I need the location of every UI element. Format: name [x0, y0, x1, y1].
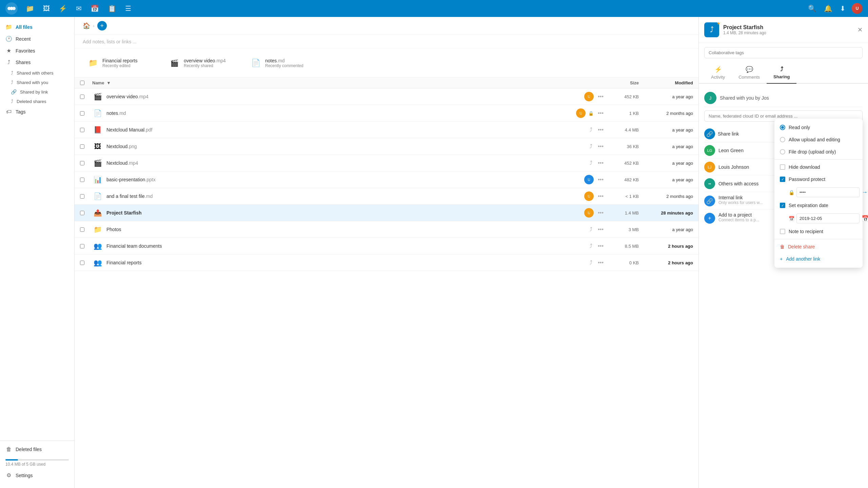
table-row[interactable]: 👥 Financial reports ⤴ ••• 0 KB 2 hours a…	[75, 255, 698, 271]
dropdown-read-only[interactable]: Read only	[774, 121, 863, 134]
file-drop-radio[interactable]	[780, 149, 785, 155]
file-name-1: overview video.mp4	[106, 94, 149, 99]
user-avatar[interactable]: U	[852, 3, 863, 14]
dropdown-password-protect[interactable]: ✓ Password protect	[774, 173, 863, 185]
share-icon-9[interactable]: ⤴	[588, 226, 594, 233]
allow-upload-radio[interactable]	[780, 137, 785, 142]
calendar-date-icon: 📅	[789, 216, 794, 221]
expiration-date-input[interactable]	[796, 214, 860, 223]
open-calendar-button[interactable]: 📅	[862, 215, 868, 222]
notifications-icon[interactable]: 🔔	[823, 3, 834, 14]
calendar-nav-icon[interactable]: 📅	[89, 3, 100, 14]
row-checkbox-6[interactable]	[80, 178, 84, 182]
row-checkbox-9[interactable]	[80, 227, 84, 232]
photos-nav-icon[interactable]: 🖼	[42, 3, 51, 14]
dropdown-hide-download[interactable]: Hide download	[774, 161, 863, 173]
sidebar-item-shared-by-link[interactable]: 🔗 Shared by link	[0, 87, 74, 97]
row-checkbox-4[interactable]	[80, 144, 84, 149]
more-actions-icon-3[interactable]: •••	[596, 126, 605, 134]
row-checkbox-5[interactable]	[80, 161, 84, 165]
sidebar-item-shared-with-you[interactable]: ⤴ Shared with you	[0, 78, 74, 87]
lock-password-icon: 🔒	[789, 190, 794, 195]
row-checkbox-3[interactable]	[80, 128, 84, 132]
recent-file-info-3: notes.md Recently commented	[265, 58, 303, 68]
header-check	[80, 81, 92, 85]
dropdown-delete-share[interactable]: 🗑 Delete share	[774, 241, 863, 253]
row-checkbox-1[interactable]	[80, 95, 84, 99]
more-actions-icon-6[interactable]: •••	[596, 176, 605, 183]
confirm-password-button[interactable]: →	[862, 189, 868, 196]
share-icon-11[interactable]: ⤴	[588, 259, 594, 266]
nextcloud-logo[interactable]	[5, 2, 18, 15]
table-row[interactable]: 📕 Nextcloud Manual.pdf ⤴ ••• 4.4 MB a ye…	[75, 122, 698, 138]
more-actions-icon-11[interactable]: •••	[596, 259, 605, 266]
table-row[interactable]: 🎬 Nextcloud.mp4 ⤴ ••• 452 KB a year ago	[75, 155, 698, 171]
notes-area[interactable]: Add notes, lists or links ...	[75, 35, 698, 49]
sidebar-item-deleted-files[interactable]: 🗑 Deleted files	[0, 444, 74, 455]
dropdown-note-recipient[interactable]: Note to recipient	[774, 225, 863, 238]
table-row-project-starfish[interactable]: 📤 Project Starfish U ••• 1.4 MB 28 minut…	[75, 205, 698, 221]
row-checkbox-7[interactable]	[80, 194, 84, 199]
sidebar-item-all-files[interactable]: 📁 All files	[0, 21, 74, 33]
more-actions-icon-1[interactable]: •••	[596, 93, 605, 100]
dropdown-file-drop[interactable]: File drop (upload only)	[774, 146, 863, 158]
share-icon-10[interactable]: ⤴	[588, 242, 594, 250]
table-row[interactable]: 📄 notes.md U 🔒 ••• 1 KB 2 months ago	[75, 105, 698, 122]
row-checkbox-11[interactable]	[80, 261, 84, 265]
sidebar-item-shared-with-others[interactable]: ⤴ Shared with others	[0, 68, 74, 78]
expiration-date-checkbox[interactable]: ✓	[780, 203, 785, 208]
collaborative-tags-input[interactable]	[704, 47, 863, 58]
password-protect-checkbox[interactable]: ✓	[780, 177, 785, 182]
mail-nav-icon[interactable]: ✉	[75, 3, 83, 14]
table-row[interactable]: 🖼 Nextcloud.png ⤴ ••• 36 KB a year ago	[75, 138, 698, 155]
table-row[interactable]: 📁 Photos ⤴ ••• 3 MB a year ago	[75, 221, 698, 238]
share-icon-3[interactable]: ⤴	[588, 126, 594, 134]
dropdown-add-another-link[interactable]: + Add another link	[774, 253, 863, 265]
deck-nav-icon[interactable]: 📋	[106, 3, 118, 14]
share-icon-5[interactable]: ⤴	[588, 159, 594, 167]
more-actions-icon-8[interactable]: •••	[596, 209, 605, 217]
expiration-date-label: Set expiration date	[789, 203, 828, 208]
close-panel-button[interactable]: ✕	[857, 26, 863, 34]
sidebar-item-tags[interactable]: 🏷 Tags	[0, 106, 74, 118]
tab-comments[interactable]: 💬 Comments	[732, 62, 767, 84]
more-actions-icon-7[interactable]: •••	[596, 192, 605, 200]
table-row[interactable]: 👥 Financial team documents ⤴ ••• 8.5 MB …	[75, 238, 698, 255]
row-checkbox-10[interactable]	[80, 244, 84, 248]
activity-nav-icon[interactable]: ⚡	[57, 3, 68, 14]
more-actions-icon-5[interactable]: •••	[596, 159, 605, 167]
tab-sharing[interactable]: ⤴ Sharing	[767, 62, 796, 84]
more-actions-icon-10[interactable]: •••	[596, 242, 605, 250]
search-nav-icon[interactable]: 🔍	[807, 3, 818, 14]
more-actions-icon-2[interactable]: •••	[596, 109, 605, 117]
sidebar-item-settings[interactable]: ⚙ Settings	[0, 469, 74, 481]
recent-file-overview-video[interactable]: 🎬 overview video.mp4 Recently shared	[164, 54, 239, 72]
row-checkbox-2[interactable]	[80, 111, 84, 116]
table-row[interactable]: 📊 basic-presentation.pptx U ••• 482 KB a…	[75, 171, 698, 188]
dropdown-allow-upload[interactable]: Allow upload and editing	[774, 134, 863, 146]
password-input[interactable]	[796, 187, 860, 197]
sidebar-item-favorites[interactable]: ★ Favorites	[0, 45, 74, 57]
add-breadcrumb-button[interactable]: +	[97, 21, 107, 30]
folder-nav-icon[interactable]: 📁	[24, 3, 36, 14]
recent-file-notes[interactable]: 📄 notes.md Recently commented	[245, 54, 320, 72]
table-row[interactable]: 📄 and a final test file.md U ••• < 1 KB …	[75, 188, 698, 205]
recent-file-financial-reports[interactable]: 📁 Financial reports Recently edited	[83, 54, 157, 72]
sidebar-item-shares[interactable]: ⤴ Shares	[0, 57, 74, 68]
tasks-nav-icon[interactable]: ☰	[124, 3, 133, 14]
table-row[interactable]: 🎬 overview video.mp4 U ••• 452 KB a year…	[75, 88, 698, 105]
more-actions-icon-4[interactable]: •••	[596, 143, 605, 150]
read-only-radio[interactable]	[780, 125, 785, 130]
downloads-icon[interactable]: ⬇	[839, 3, 847, 14]
sidebar-item-deleted-shares[interactable]: ⤴ Deleted shares	[0, 97, 74, 106]
share-icon-4[interactable]: ⤴	[588, 143, 594, 150]
note-recipient-checkbox[interactable]	[780, 229, 785, 234]
tab-activity[interactable]: ⚡ Activity	[704, 62, 732, 84]
sidebar-item-recent[interactable]: 🕐 Recent	[0, 33, 74, 45]
hide-download-checkbox[interactable]	[780, 164, 785, 170]
more-actions-icon-9[interactable]: •••	[596, 226, 605, 233]
select-all-checkbox[interactable]	[80, 81, 84, 85]
row-checkbox-8[interactable]	[80, 211, 84, 215]
dropdown-expiration-date[interactable]: ✓ Set expiration date	[774, 199, 863, 211]
home-breadcrumb[interactable]: 🏠	[83, 22, 90, 29]
